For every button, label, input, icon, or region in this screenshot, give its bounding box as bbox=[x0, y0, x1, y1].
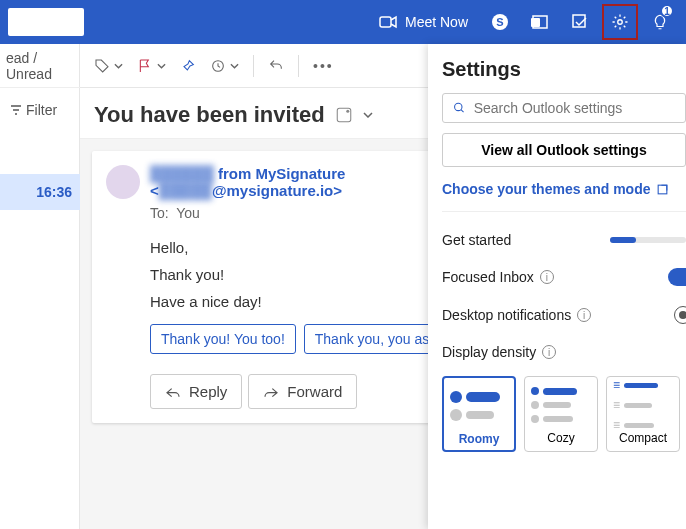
tips-button[interactable]: 1 bbox=[642, 4, 678, 40]
svg-point-10 bbox=[455, 103, 462, 110]
info-icon[interactable]: i bbox=[542, 345, 556, 359]
reply-icon bbox=[165, 385, 181, 399]
density-option-roomy[interactable]: Roomy bbox=[442, 376, 516, 452]
settings-search[interactable] bbox=[442, 93, 686, 123]
sender-avatar bbox=[106, 165, 140, 199]
density-option-compact[interactable]: ≡≡≡ Compact bbox=[606, 376, 680, 452]
video-icon bbox=[379, 15, 397, 29]
pin-icon bbox=[180, 58, 196, 74]
settings-gear-button[interactable] bbox=[602, 4, 638, 40]
to-recipients: You bbox=[176, 205, 200, 221]
themes-link[interactable]: Choose your themes and mode bbox=[442, 181, 686, 197]
svg-point-9 bbox=[346, 110, 349, 113]
get-started-progress[interactable] bbox=[610, 237, 686, 243]
read-unread-tab[interactable]: ead / Unread bbox=[0, 44, 80, 88]
filter-icon bbox=[10, 104, 22, 116]
chevron-down-icon bbox=[157, 63, 166, 69]
svg-point-6 bbox=[618, 20, 623, 25]
info-icon[interactable]: i bbox=[540, 270, 554, 284]
gear-icon bbox=[611, 13, 629, 31]
info-icon[interactable]: i bbox=[577, 308, 591, 322]
tips-badge: 1 bbox=[660, 4, 674, 18]
forward-icon bbox=[263, 385, 279, 399]
filter-button[interactable]: Filter bbox=[10, 102, 57, 118]
get-started-label: Get started bbox=[442, 232, 511, 248]
settings-panel: Settings View all Outlook settings Choos… bbox=[428, 44, 686, 529]
sender-name[interactable]: ██████ from MySignature <█████@mysignatu… bbox=[150, 165, 345, 199]
skype-icon[interactable]: S bbox=[482, 4, 518, 40]
desktop-notifications-label: Desktop notifications bbox=[442, 307, 571, 323]
view-all-settings-button[interactable]: View all Outlook settings bbox=[442, 133, 686, 167]
translate-icon[interactable] bbox=[335, 106, 353, 124]
focused-inbox-toggle[interactable] bbox=[668, 268, 686, 286]
more-actions-button[interactable]: ••• bbox=[313, 58, 334, 74]
clock-icon bbox=[210, 58, 226, 74]
undo-button[interactable] bbox=[268, 58, 284, 74]
settings-title: Settings bbox=[442, 58, 686, 81]
display-density-label: Display density bbox=[442, 344, 536, 360]
message-subject: You have been invited bbox=[94, 102, 325, 128]
open-icon bbox=[656, 183, 669, 196]
message-list-item-selected[interactable]: 16:36 bbox=[0, 174, 80, 210]
top-bar: Meet Now S 1 bbox=[0, 0, 686, 44]
chevron-down-icon bbox=[230, 63, 239, 69]
chevron-down-icon[interactable] bbox=[363, 112, 373, 118]
flag-icon bbox=[137, 58, 153, 74]
pin-button[interactable] bbox=[180, 58, 196, 74]
svg-text:S: S bbox=[496, 16, 503, 28]
reply-button[interactable]: Reply bbox=[150, 374, 242, 409]
desktop-notifications-toggle[interactable] bbox=[674, 306, 686, 324]
settings-search-input[interactable] bbox=[474, 100, 675, 116]
focused-inbox-label: Focused Inbox bbox=[442, 269, 534, 285]
flag-button[interactable] bbox=[137, 58, 166, 74]
forward-button[interactable]: Forward bbox=[248, 374, 357, 409]
svg-rect-4 bbox=[531, 18, 540, 27]
svg-rect-0 bbox=[380, 17, 391, 27]
snooze-button[interactable] bbox=[210, 58, 239, 74]
category-button[interactable] bbox=[94, 58, 123, 74]
meet-now-button[interactable]: Meet Now bbox=[369, 14, 478, 30]
tag-icon bbox=[94, 58, 110, 74]
message-list-column: ead / Unread Filter 16:36 bbox=[0, 44, 80, 529]
density-option-cozy[interactable]: Cozy bbox=[524, 376, 598, 452]
undo-icon bbox=[268, 58, 284, 74]
svg-rect-11 bbox=[659, 185, 668, 194]
search-icon bbox=[453, 101, 466, 115]
chevron-down-icon bbox=[114, 63, 123, 69]
outlook-app-icon[interactable] bbox=[522, 4, 558, 40]
top-search-input[interactable] bbox=[8, 8, 84, 36]
todo-icon[interactable] bbox=[562, 4, 598, 40]
quick-reply-button[interactable]: Thank you! You too! bbox=[150, 324, 296, 354]
